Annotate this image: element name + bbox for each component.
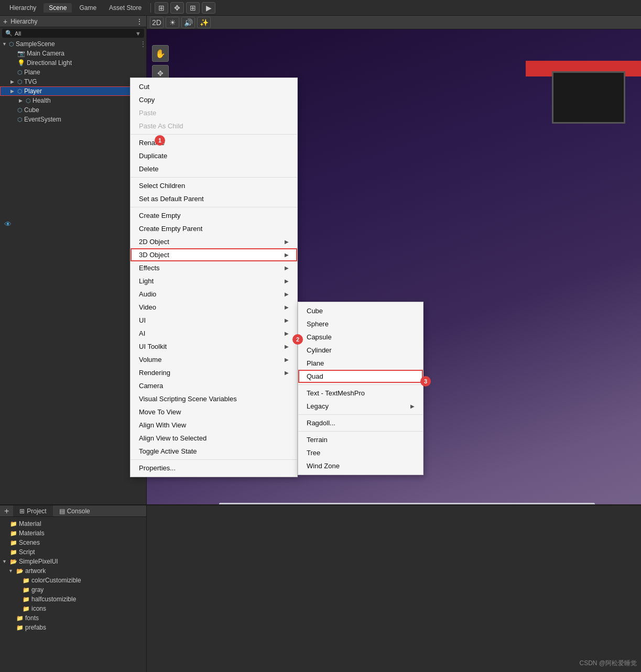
ctx-light[interactable]: Light ▶ — [131, 274, 297, 288]
badge-1: 1 — [155, 135, 165, 146]
ctx-align-view-to-selected[interactable]: Align View to Selected — [131, 432, 297, 445]
ctx-camera[interactable]: Camera — [131, 379, 297, 392]
search-input[interactable] — [15, 30, 133, 37]
search-bar[interactable]: 🔍 ▼ — [2, 29, 144, 38]
toolbar-move-icon[interactable]: ✥ — [170, 2, 184, 14]
submenu-sphere[interactable]: Sphere — [298, 317, 423, 331]
tab-hierarchy[interactable]: Hierarchy — [4, 3, 41, 13]
ctx-set-default-parent[interactable]: Set as Default Parent — [131, 192, 297, 205]
folder-halfcustomizible[interactable]: halfcustomizible — [0, 594, 146, 604]
ctx-duplicate[interactable]: Duplicate — [131, 149, 297, 162]
ctx-3d-object[interactable]: 3D Object ▶ — [131, 248, 297, 261]
ctx-video[interactable]: Video ▶ — [131, 301, 297, 314]
submenu-plane[interactable]: Plane — [298, 357, 423, 370]
ctx-arrow-2d: ▶ — [285, 239, 289, 245]
folder-script[interactable]: Script — [0, 547, 146, 557]
hierarchy-menu-icon[interactable]: ⋮ — [136, 17, 143, 26]
ctx-delete[interactable]: Delete — [131, 162, 297, 175]
bottom-add-icon[interactable]: + — [0, 505, 13, 516]
submenu-capsule[interactable]: Capsule — [298, 331, 423, 344]
ctx-select-children[interactable]: Select Children — [131, 179, 297, 192]
scene-view-icon[interactable]: 2D — [150, 17, 164, 28]
folder-scenes[interactable]: Scenes — [0, 538, 146, 547]
ctx-copy[interactable]: Copy — [131, 93, 297, 106]
tab-project[interactable]: ⊞ Project — [13, 505, 52, 516]
eye-indicator: 👁 — [4, 220, 12, 228]
tree-arrow: ▶ — [10, 89, 16, 94]
tree-item-health[interactable]: ▶ ⬡ Health — [0, 96, 146, 105]
folder-icons[interactable]: icons — [0, 604, 146, 613]
scene-options-icon[interactable]: ⋮ — [140, 40, 146, 48]
ctx-visual-scripting[interactable]: Visual Scripting Scene Variables — [131, 392, 297, 405]
hierarchy-add-icon[interactable]: + — [3, 17, 7, 26]
tab-asset-store[interactable]: Asset Store — [104, 3, 147, 13]
tree-item-cube[interactable]: ⬡ Cube — [0, 105, 146, 115]
toolbar-play-icon[interactable]: ▶ — [202, 2, 215, 14]
search-filter-icon[interactable]: ▼ — [135, 30, 141, 37]
ctx-properties[interactable]: Properties... — [131, 461, 297, 475]
tab-scene[interactable]: Scene — [44, 3, 72, 13]
toolbar-grid-icon[interactable]: ⊞ — [155, 2, 168, 14]
hierarchy-title: Hierarchy — [10, 18, 133, 25]
folder-materials[interactable]: Materials — [0, 528, 146, 538]
folder-colorcustomizible[interactable]: colorCustomizible — [0, 576, 146, 585]
bottom-tabs: + ⊞ Project ▤ Console — [0, 505, 146, 517]
folder-artwork[interactable]: ▼ artwork — [0, 566, 146, 576]
ctx-cut[interactable]: Cut — [131, 80, 297, 93]
tree-item-plane[interactable]: ⬡ Plane — [0, 68, 146, 77]
scene-icon: ⬡ — [9, 41, 14, 48]
folder-label: SimplePixelUI — [19, 558, 58, 565]
project-tab-icon: ⊞ — [19, 508, 25, 515]
submenu-tree[interactable]: Tree — [298, 446, 423, 459]
scene-light-icon[interactable]: ☀ — [166, 17, 179, 28]
ctx-create-empty-parent[interactable]: Create Empty Parent — [131, 222, 297, 235]
folder-icon-materials — [10, 530, 17, 537]
ctx-volume[interactable]: Volume ▶ — [131, 353, 297, 366]
submenu-terrain[interactable]: Terrain — [298, 433, 423, 446]
folder-gray[interactable]: gray — [0, 585, 146, 594]
ctx-create-empty[interactable]: Create Empty — [131, 209, 297, 222]
scene-fx-icon[interactable]: ✨ — [197, 17, 211, 28]
ctx-move-to-view[interactable]: Move To View — [131, 405, 297, 418]
legacy-arrow: ▶ — [410, 403, 415, 409]
tree-item-directional-light[interactable]: 💡 Directional Light — [0, 58, 146, 68]
scene-audio-icon[interactable]: 🔊 — [181, 17, 195, 28]
folder-material[interactable]: Material — [0, 519, 146, 528]
ctx-2d-object[interactable]: 2D Object ▶ — [131, 235, 297, 248]
ctx-ui[interactable]: UI ▶ — [131, 314, 297, 327]
ctx-ai[interactable]: AI ▶ — [131, 327, 297, 340]
folder-fonts[interactable]: fonts — [0, 613, 146, 623]
folder-label: Materials — [19, 530, 45, 537]
submenu-sep-3 — [298, 431, 423, 432]
ctx-sep-3 — [131, 207, 297, 207]
ctx-paste: Paste — [131, 106, 297, 119]
search-icon: 🔍 — [5, 30, 13, 37]
toolbar-snap-icon[interactable]: ⊞ — [186, 2, 200, 14]
tree-item-tvg[interactable]: ▶ ⬡ TVG — [0, 77, 146, 86]
submenu-legacy[interactable]: Legacy ▶ — [298, 400, 423, 413]
tree-item-eventsystem[interactable]: ⬡ EventSystem — [0, 115, 146, 124]
tab-game[interactable]: Game — [74, 3, 102, 13]
ctx-toggle-active[interactable]: Toggle Active State — [131, 445, 297, 458]
submenu-ragdoll[interactable]: Ragdoll... — [298, 416, 423, 429]
submenu-cube[interactable]: Cube — [298, 304, 423, 317]
ctx-rendering[interactable]: Rendering ▶ — [131, 366, 297, 379]
folder-prefabs[interactable]: prefabs — [0, 623, 146, 632]
tree-item-main-camera[interactable]: 📷 Main Camera — [0, 49, 146, 58]
tree-arrow: ▼ — [2, 41, 7, 47]
tree-item-samplescene[interactable]: ▼ ⬡ SampleScene ⋮ — [0, 39, 146, 49]
ctx-effects[interactable]: Effects ▶ — [131, 261, 297, 274]
submenu-cylinder[interactable]: Cylinder — [298, 344, 423, 357]
folder-arrow: ▼ — [8, 568, 15, 574]
submenu-quad[interactable]: Quad — [298, 370, 423, 383]
tree-item-player[interactable]: ▶ ⬡ Player — [0, 86, 146, 96]
ctx-align-with-view[interactable]: Align With View — [131, 418, 297, 432]
tab-console[interactable]: ▤ Console — [53, 505, 96, 516]
submenu-wind-zone[interactable]: Wind Zone — [298, 459, 423, 472]
submenu-text-tmp[interactable]: Text - TextMeshPro — [298, 387, 423, 400]
hand-tool-button[interactable]: ✋ — [152, 45, 169, 62]
folder-simplepixelui[interactable]: ▼ SimplePixelUI — [0, 557, 146, 566]
ctx-ui-toolkit[interactable]: UI Toolkit ▶ — [131, 340, 297, 353]
ctx-audio[interactable]: Audio ▶ — [131, 288, 297, 301]
folder-icon-gray — [23, 586, 30, 593]
